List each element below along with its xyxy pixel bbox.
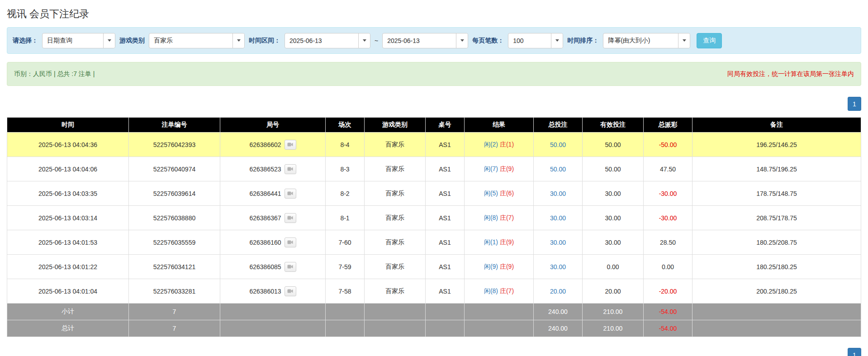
cell-round-id: 626386523 [220,157,326,181]
video-replay-icon[interactable] [285,213,296,223]
page-button-1[interactable]: 1 [848,348,861,356]
date-range-label: 时间区间： [249,37,280,45]
page-size-label: 每页笔数： [472,37,504,45]
cell-total-label: 小计 [7,304,129,320]
cell-valid-bet: 30.00 [583,230,644,255]
date-to-select[interactable]: 2025-06-13 [382,33,468,48]
cell-total-bet[interactable]: 30.00 [534,230,583,255]
table-row: 2025-06-13 04:01:04 522576033281 6263860… [7,279,861,304]
cell-remark [693,320,861,337]
round-id-text: 626386523 [249,166,281,173]
cell-payout-sum: -54.00 [644,320,693,337]
cell-bet-id: 522576033281 [129,279,220,304]
cell-game-type: 百家乐 [365,181,426,206]
column-header-11: 备注 [693,118,861,133]
cell-result: 闲(7) 庄(9) [465,157,534,181]
chevron-down-icon[interactable] [551,33,563,48]
video-replay-icon[interactable] [285,237,296,247]
round-id-text: 626386160 [249,239,281,246]
cell-bet-id: 522576039614 [129,181,220,206]
cell-empty [426,304,465,320]
column-header-5: 游戏类别 [365,118,426,133]
cell-round-id: 626386441 [220,181,326,206]
cell-table-no: AS1 [426,181,465,206]
game-type-select[interactable]: 百家乐 [149,33,245,48]
cell-round-id: 626386085 [220,255,326,279]
cell-remark: 180.25/208.75 [693,230,861,255]
chevron-down-icon[interactable] [103,33,115,48]
column-header-2: 注单编号 [129,118,220,133]
table-row: 2025-06-13 04:01:22 522576034121 6263860… [7,255,861,279]
cell-table-no: AS1 [426,206,465,230]
cell-round-id: 626386367 [220,206,326,230]
cell-result: 闲(8) 庄(7) [465,279,534,304]
result-player: 闲(1) [484,238,498,246]
cell-session: 8-1 [326,206,365,230]
cell-bet-id: 522576042393 [129,133,220,157]
cell-total-bet[interactable]: 30.00 [534,206,583,230]
cell-table-no: AS1 [426,255,465,279]
cell-round-id: 626386160 [220,230,326,255]
search-button[interactable]: 查询 [697,33,722,48]
cell-empty [220,304,326,320]
cell-table-no: AS1 [426,133,465,157]
date-from-select[interactable]: 2025-06-13 [285,33,370,48]
cell-time: 2025-06-13 04:01:22 [7,255,129,279]
page-size-value: 100 [508,33,551,48]
cell-empty [365,320,426,337]
chevron-down-icon[interactable] [358,33,370,48]
table-row: 2025-06-13 04:01:53 522576035559 6263861… [7,230,861,255]
table-row: 2025-06-13 04:03:14 522576038880 6263863… [7,206,861,230]
sort-select[interactable]: 降幂(由大到小) [603,33,690,48]
query-type-select[interactable]: 日期查询 [42,33,115,48]
table-row: 2025-06-13 04:03:35 522576039614 6263864… [7,181,861,206]
cell-total-bet[interactable]: 20.00 [534,279,583,304]
round-id-text: 626386441 [249,190,281,197]
chevron-down-icon[interactable] [678,33,690,48]
cell-bet-id: 522576035559 [129,230,220,255]
table-row: 2025-06-13 04:04:36 522576042393 6263866… [7,133,861,157]
cell-result: 闲(8) 庄(7) [465,206,534,230]
filter-bar: 请选择： 日期查询 游戏类别 百家乐 时间区间： 2025-06-13 ~ 20… [7,27,861,54]
cell-total-bet[interactable]: 50.00 [534,133,583,157]
video-replay-icon[interactable] [285,189,296,199]
cell-total-bet[interactable]: 30.00 [534,181,583,206]
page-button-1[interactable]: 1 [848,97,861,111]
video-replay-icon[interactable] [285,286,296,296]
cell-session: 8-4 [326,133,365,157]
cell-valid-bet-sum: 210.00 [583,304,644,320]
cell-table-no: AS1 [426,279,465,304]
cell-remark: 200.25/180.25 [693,279,861,304]
video-replay-icon[interactable] [285,164,296,174]
table-row: 2025-06-13 04:04:06 522576040974 6263865… [7,157,861,181]
cell-total-bet[interactable]: 50.00 [534,157,583,181]
video-replay-icon[interactable] [285,262,296,272]
chevron-down-icon[interactable] [232,33,244,48]
cell-round-id: 626386013 [220,279,326,304]
cell-result: 闲(9) 庄(9) [465,255,534,279]
result-player: 闲(7) [484,165,498,172]
page-title: 视讯 会员下注纪录 [7,7,861,21]
cell-bet-id: 522576038880 [129,206,220,230]
cell-payout: 0.00 [644,255,693,279]
page-size-select[interactable]: 100 [508,33,563,48]
cell-result: 闲(1) 庄(9) [465,230,534,255]
cell-session: 7-59 [326,255,365,279]
cell-result: 闲(5) 庄(6) [465,181,534,206]
column-header-9: 有效投注 [583,118,644,133]
cell-total-bet-sum: 240.00 [534,320,583,337]
query-type-label: 请选择： [13,37,38,45]
cell-session: 8-3 [326,157,365,181]
cell-total-bet[interactable]: 30.00 [534,255,583,279]
chevron-down-icon[interactable] [456,33,468,48]
cell-bet-id: 522576040974 [129,157,220,181]
cell-bet-id: 522576034121 [129,255,220,279]
video-replay-icon[interactable] [285,140,296,150]
date-to-value: 2025-06-13 [383,33,456,48]
bet-records-table: 时间注单编号局号场次游戏类别桌号结果总投注有效投注总派彩备注 2025-06-1… [7,117,861,337]
cell-game-type: 百家乐 [365,279,426,304]
cell-result: 闲(2) 庄(1) [465,133,534,157]
cell-remark: 196.25/146.25 [693,133,861,157]
result-player: 闲(5) [484,190,498,197]
column-header-1: 时间 [7,118,129,133]
